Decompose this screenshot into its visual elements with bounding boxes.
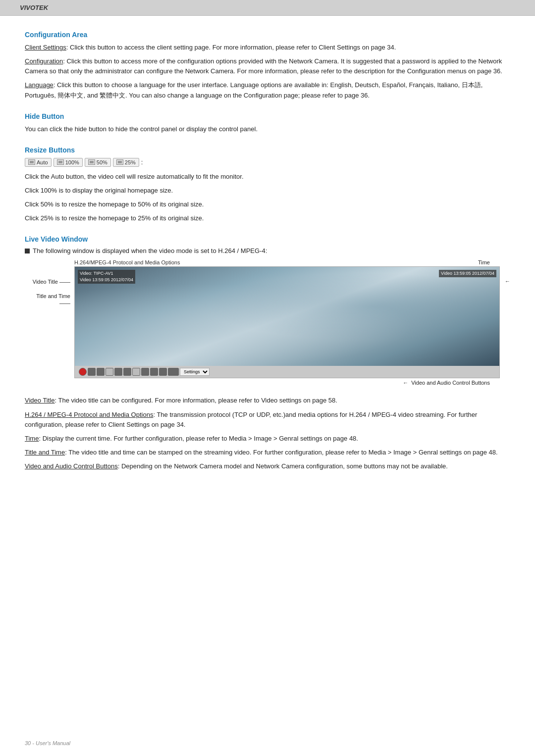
title-time-desc-label: Title and Time [25, 449, 65, 456]
video-title-desc-label: Video Title [25, 397, 54, 404]
resize-colon: : [141, 158, 143, 166]
arrow-right-title-time: —— [59, 300, 70, 306]
resize-100-label: 100% [65, 159, 79, 165]
video-box: H.264/MPEG-4 Protocol and Media Options … [74, 259, 500, 386]
bottom-ctrl-annotation: ← Video and Audio Control Buttons [74, 380, 500, 386]
title-and-time-left-text: Title and Time [36, 293, 70, 299]
ctrl-btn-5[interactable] [114, 368, 122, 376]
video-frame: Video: TIPC-AV1 Video 13:59:05 2012/07/0… [74, 266, 500, 378]
arrow-left-ctrl: ← [403, 380, 408, 386]
ctrl-btn-7[interactable] [132, 368, 140, 376]
configuration-text: : Click this button to access more of th… [25, 57, 502, 75]
hide-button-title: Hide Button [25, 112, 510, 120]
language-label: Language [25, 81, 54, 89]
hide-button-text: You can click the hide button to hide th… [25, 124, 510, 134]
brand-label: VIVOTEK [20, 4, 48, 11]
section-configuration-area: Configuration Area Client Settings: Clic… [25, 31, 510, 101]
top-header: VIVOTEK [0, 0, 535, 16]
video-image-area: Video: TIPC-AV1 Video 13:59:05 2012/07/0… [75, 267, 499, 366]
resize-100-icon [57, 159, 64, 165]
ctrl-btn-1[interactable] [79, 368, 87, 376]
right-arrow: ← [505, 278, 510, 284]
resize-icon [28, 159, 35, 165]
right-side-label: ← [500, 259, 510, 284]
client-settings-paragraph: Client Settings: Click this button to ac… [25, 43, 510, 52]
video-title-left-text: Video Title [33, 279, 58, 285]
configuration-area-title: Configuration Area [25, 31, 510, 39]
h264-diagram-label: H.264/MPEG-4 Protocol and Media Options [74, 259, 180, 265]
ctrl-btn-2[interactable] [88, 368, 96, 376]
section-hide-button: Hide Button You can click the hide butto… [25, 112, 510, 134]
vac-desc: Video and Audio Control Buttons: Dependi… [25, 461, 510, 471]
live-video-title: Live Video Window [25, 235, 510, 243]
resize-25-button[interactable]: 25% [113, 158, 139, 167]
resize-25-label: 25% [125, 159, 136, 165]
main-content: Configuration Area Client Settings: Clic… [0, 16, 535, 503]
footer: 30 - User's Manual [25, 740, 70, 746]
vac-desc-text: : Depending on the Network Camera model … [118, 462, 448, 470]
video-title-overlay-right: Video 13:59:05 2012/07/04 [439, 270, 496, 277]
live-video-bullet: The following window is displayed when t… [25, 247, 510, 254]
resize-desc2: Click 100% is to display the original ho… [25, 186, 510, 196]
resize-buttons-title: Resize Buttons [25, 146, 510, 154]
resize-50-button[interactable]: 50% [85, 158, 111, 167]
page-wrapper: VIVOTEK Configuration Area Client Settin… [0, 0, 535, 756]
resize-auto-label: Auto [37, 159, 48, 165]
ctrl-btn-8[interactable] [141, 368, 149, 376]
title-time-desc-text: : The video title and time can be stampe… [65, 449, 497, 456]
footer-text: 30 - User's Manual [25, 740, 70, 746]
bullet-icon [25, 249, 30, 253]
video-diagram-wrapper: Video Title —— Title and Time —— H.264/M… [25, 259, 510, 386]
title-time-right-line: Video 13:59:05 2012/07/04 [441, 270, 494, 277]
title-and-time-left-label: Title and Time —— [25, 293, 70, 307]
resize-desc3: Click 50% is to resize the homepage to 5… [25, 200, 510, 209]
language-paragraph: Language: Click this button to choose a … [25, 80, 510, 100]
section-resize-buttons: Resize Buttons Auto 100% 50% 25% [25, 146, 510, 224]
vac-desc-label: Video and Audio Control Buttons [25, 462, 118, 470]
arrow-right-video-title: —— [59, 279, 70, 285]
resize-100-button[interactable]: 100% [54, 158, 83, 167]
resize-25-icon [116, 159, 123, 165]
diagram-top-row: H.264/MPEG-4 Protocol and Media Options … [74, 259, 500, 265]
time-desc-text: : Display the current time. For further … [39, 435, 358, 442]
h264-desc: H.264 / MPEG-4 Protocol and Media Option… [25, 410, 510, 430]
video-title-overlay-left: Video: TIPC-AV1 Video 13:59:05 2012/07/0… [78, 270, 135, 283]
video-title-line: Video: TIPC-AV1 [80, 270, 133, 277]
configuration-paragraph: Configuration: Click this button to acce… [25, 56, 510, 76]
section-live-video: Live Video Window The following window i… [25, 235, 510, 471]
time-desc: Time: Display the current time. For furt… [25, 434, 510, 444]
resize-50-icon [88, 159, 95, 165]
ctrl-btn-9[interactable] [150, 368, 158, 376]
ctrl-btn-10[interactable] [159, 368, 167, 376]
title-time-line: Video 13:59:05 2012/07/04 [80, 277, 133, 283]
ctrl-dropdown[interactable]: Settings... [180, 368, 210, 376]
ctrl-btn-4[interactable] [106, 368, 113, 376]
client-settings-text: : Click this button to access the client… [66, 44, 396, 51]
resize-desc4: Click 25% is to resize the homepage to 2… [25, 213, 510, 223]
ctrl-btn-11[interactable] [168, 368, 179, 376]
video-title-left-label: Video Title —— [25, 278, 70, 285]
ctrl-btn-6[interactable] [123, 368, 131, 376]
resize-auto-button[interactable]: Auto [25, 158, 52, 167]
video-controls-bar: Settings... [75, 366, 499, 378]
client-settings-label: Client Settings [25, 44, 66, 51]
resize-buttons-row: Auto 100% 50% 25% : [25, 158, 510, 167]
live-video-bullet-text: The following window is displayed when t… [33, 247, 267, 254]
title-time-desc: Title and Time: The video title and time… [25, 448, 510, 457]
left-side-labels: Video Title —— Title and Time —— [25, 259, 74, 309]
time-desc-label: Time [25, 435, 39, 442]
video-title-desc: Video Title: The video title can be conf… [25, 396, 510, 405]
resize-50-label: 50% [97, 159, 107, 165]
h264-desc-label: H.264 / MPEG-4 Protocol and Media Option… [25, 411, 153, 418]
language-text: : Click this button to choose a language… [25, 81, 482, 99]
configuration-label: Configuration [25, 57, 63, 65]
resize-desc1: Click the Auto button, the video cell wi… [25, 172, 510, 182]
controls-annotation-label: Video and Audio Control Buttons [411, 380, 490, 386]
ctrl-btn-3[interactable] [97, 368, 105, 376]
time-diagram-label: Time [478, 259, 490, 265]
video-title-desc-text: : The video title can be configured. For… [54, 397, 337, 404]
